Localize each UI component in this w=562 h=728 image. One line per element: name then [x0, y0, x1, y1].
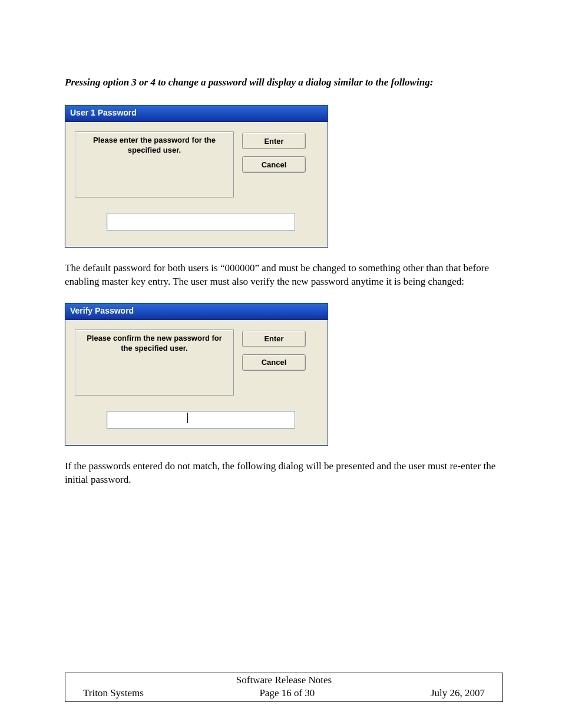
dialog1-enter-button[interactable]: Enter: [242, 133, 306, 149]
dialog2-password-input[interactable]: [107, 411, 295, 429]
dialog1-title: User 1 Password: [65, 106, 328, 122]
footer-date: July 26, 2007: [431, 687, 485, 699]
user1-password-dialog: User 1 Password Please enter the passwor…: [65, 105, 328, 248]
text-cursor-icon: [187, 413, 188, 423]
dialog2-message: Please confirm the new password for the …: [75, 330, 234, 396]
footer-title: Software Release Notes: [65, 673, 503, 687]
footer-company: Triton Systems: [83, 687, 144, 699]
verify-password-dialog: Verify Password Please confirm the new p…: [65, 303, 328, 446]
dialog1-message: Please enter the password for the specif…: [75, 131, 234, 197]
intro-text: Pressing option 3 or 4 to change a passw…: [65, 77, 497, 88]
dialog2-cancel-button[interactable]: Cancel: [242, 354, 306, 371]
dialog2-title: Verify Password: [65, 304, 328, 320]
page-footer: Software Release Notes Triton Systems Pa…: [65, 673, 503, 702]
dialog2-enter-button[interactable]: Enter: [242, 331, 306, 347]
dialog1-cancel-button[interactable]: Cancel: [242, 156, 306, 173]
paragraph-2: The default password for both users is “…: [65, 262, 497, 289]
dialog1-password-input[interactable]: [107, 213, 295, 230]
footer-page-number: Page 16 of 30: [259, 687, 315, 699]
paragraph-3: If the passwords entered do not match, t…: [65, 460, 497, 487]
